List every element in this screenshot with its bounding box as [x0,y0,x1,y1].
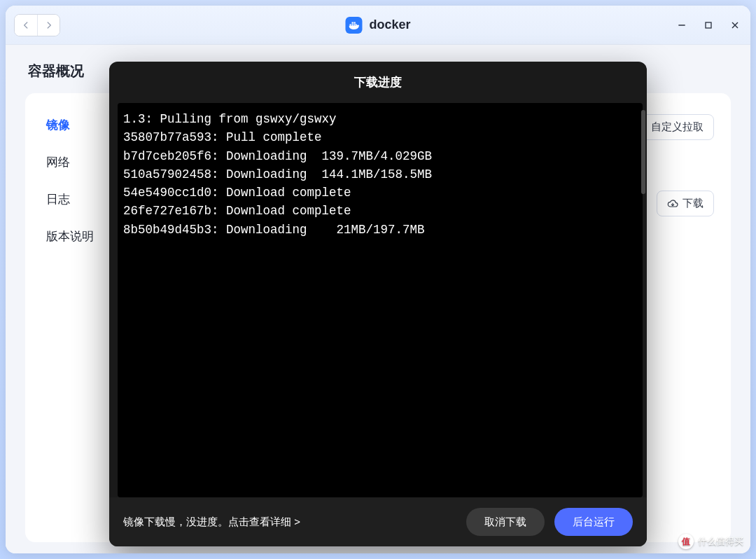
svg-rect-6 [706,22,711,28]
app-title: docker [369,18,410,32]
maximize-button[interactable] [701,18,715,32]
modal-title: 下载进度 [109,62,647,103]
titlebar: docker [6,6,750,45]
modal-overlay: 下载进度 1.3: Pulling from gswxy/gswxy 35807… [6,6,750,553]
sidebar-item-label: 日志 [46,193,70,206]
right-actions: 自定义拉取 下载 [640,114,714,216]
sidebar-item-label: 镜像 [46,118,70,132]
terminal-output[interactable]: 1.3: Pulling from gswxy/gswxy 35807b77a5… [118,103,643,497]
terminal-scrollbar[interactable] [641,110,645,194]
watermark-text: 什么值得买 [698,535,743,548]
terminal-wrap: 1.3: Pulling from gswxy/gswxy 35807b77a5… [109,103,647,497]
title-center: docker [345,17,410,34]
watermark-badge: 值 [678,534,694,549]
svg-rect-3 [351,22,353,23]
custom-pull-button[interactable]: 自定义拉取 [640,114,714,140]
svg-rect-1 [351,24,353,25]
svg-rect-4 [354,22,355,23]
svg-rect-0 [349,24,351,25]
cancel-download-button[interactable]: 取消下载 [466,508,545,536]
modal-footer: 镜像下载慢，没进度。点击查看详细 > 取消下载 后台运行 [109,497,647,546]
window-controls [675,18,742,32]
close-button[interactable] [728,18,742,32]
svg-rect-2 [354,24,355,25]
app-window: docker 容器概况 镜像 网络 日志 版本说明 自定义拉取 下载 [6,6,750,553]
docker-icon [345,17,362,34]
background-label: 后台运行 [573,516,615,529]
sidebar-item-label: 网络 [46,156,70,169]
run-background-button[interactable]: 后台运行 [554,508,633,536]
download-progress-modal: 下载进度 1.3: Pulling from gswxy/gswxy 35807… [109,62,647,546]
custom-pull-label: 自定义拉取 [651,120,704,134]
download-label: 下载 [682,197,704,210]
sidebar-item-label: 版本说明 [46,230,94,243]
watermark: 值 什么值得买 [678,534,743,549]
download-button[interactable]: 下载 [657,191,714,216]
nav-back-button[interactable] [15,15,37,36]
cancel-label: 取消下载 [484,516,526,529]
slow-download-hint[interactable]: 镜像下载慢，没进度。点击查看详细 > [123,516,300,529]
nav-forward-button[interactable] [37,15,59,36]
minimize-button[interactable] [675,18,689,32]
nav-group [14,14,60,36]
cloud-download-icon [667,198,678,209]
